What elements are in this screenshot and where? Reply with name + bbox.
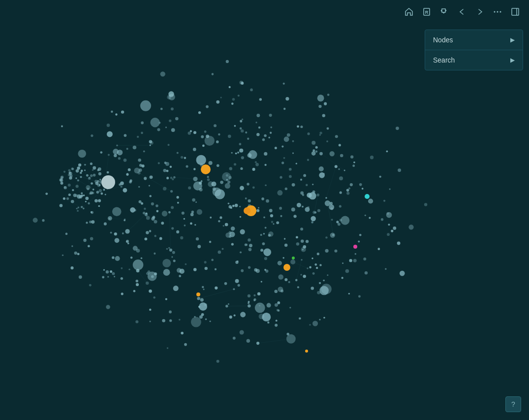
back-icon[interactable] — [454, 4, 470, 20]
svg-point-594 — [300, 227, 303, 230]
svg-point-161 — [181, 156, 184, 159]
dropdown-menu: Nodes ▶ Search ▶ — [425, 30, 523, 70]
svg-point-139 — [196, 237, 199, 240]
svg-point-276 — [238, 284, 240, 287]
svg-point-318 — [336, 221, 339, 223]
svg-point-247 — [159, 237, 162, 240]
svg-point-151 — [241, 82, 244, 85]
svg-point-647 — [85, 201, 87, 202]
svg-point-136 — [284, 278, 287, 281]
svg-point-133 — [369, 217, 371, 219]
svg-point-561 — [151, 217, 155, 221]
svg-point-635 — [93, 166, 96, 170]
svg-point-210 — [263, 248, 271, 256]
svg-point-377 — [252, 168, 255, 171]
svg-point-455 — [303, 275, 306, 278]
svg-point-223 — [175, 117, 179, 121]
sidebar-icon[interactable] — [507, 4, 523, 20]
svg-point-327 — [172, 178, 174, 180]
svg-point-387 — [205, 319, 207, 321]
svg-point-668 — [78, 163, 81, 166]
svg-point-423 — [300, 179, 302, 181]
svg-point-656 — [69, 176, 72, 179]
svg-point-360 — [270, 127, 272, 129]
svg-point-274 — [176, 230, 179, 233]
svg-point-526 — [278, 261, 282, 265]
svg-point-485 — [144, 208, 146, 210]
svg-point-111 — [317, 253, 319, 255]
svg-point-265 — [302, 249, 304, 250]
svg-point-553 — [110, 231, 112, 233]
search-arrow-icon: ▶ — [510, 57, 515, 64]
svg-point-34 — [323, 280, 325, 282]
svg-point-710 — [196, 292, 200, 296]
svg-point-417 — [256, 209, 259, 212]
svg-point-172 — [381, 218, 383, 221]
menu-item-search[interactable]: Search ▶ — [425, 50, 523, 70]
svg-point-545 — [278, 274, 283, 280]
svg-point-352 — [256, 114, 260, 117]
svg-point-379 — [307, 159, 309, 161]
svg-point-112 — [283, 108, 285, 110]
svg-point-615 — [72, 189, 74, 191]
svg-point-282 — [239, 149, 243, 153]
svg-point-450 — [107, 276, 109, 277]
svg-point-373 — [169, 120, 171, 122]
svg-point-99 — [133, 259, 144, 270]
svg-point-37 — [217, 360, 219, 363]
svg-point-482 — [377, 248, 380, 250]
forward-icon[interactable] — [472, 4, 488, 20]
home-icon[interactable] — [401, 4, 417, 20]
svg-point-451 — [198, 111, 201, 114]
svg-point-288 — [312, 272, 315, 275]
svg-point-525 — [350, 156, 353, 159]
svg-point-6 — [345, 269, 349, 273]
svg-point-40 — [237, 152, 239, 154]
svg-point-401 — [128, 269, 130, 270]
svg-point-435 — [339, 144, 341, 146]
svg-point-146 — [162, 211, 168, 217]
svg-point-503 — [110, 270, 112, 273]
svg-point-459 — [168, 247, 170, 249]
svg-point-323 — [242, 119, 243, 120]
svg-point-218 — [107, 131, 113, 137]
svg-point-176 — [150, 118, 159, 127]
svg-point-60 — [160, 71, 165, 76]
svg-point-464 — [325, 249, 328, 253]
svg-point-708 — [244, 207, 250, 214]
svg-point-508 — [296, 163, 297, 164]
more-icon[interactable] — [490, 4, 505, 20]
svg-point-49 — [264, 164, 266, 166]
svg-point-228 — [247, 339, 250, 342]
svg-point-12 — [154, 253, 156, 255]
svg-point-483 — [341, 216, 349, 225]
svg-point-208 — [400, 271, 405, 276]
bookmark-icon[interactable]: R — [419, 4, 435, 20]
svg-point-712 — [353, 245, 357, 249]
svg-point-470 — [282, 257, 284, 258]
svg-point-300 — [88, 245, 90, 248]
svg-point-3 — [338, 168, 340, 170]
svg-point-371 — [241, 129, 244, 132]
svg-point-433 — [275, 303, 278, 307]
svg-point-148 — [126, 173, 128, 176]
svg-point-600 — [150, 141, 154, 145]
svg-point-536 — [365, 271, 368, 274]
help-button[interactable]: ? — [505, 396, 521, 412]
svg-point-15 — [248, 199, 251, 202]
svg-point-155 — [115, 238, 120, 243]
svg-point-429 — [248, 294, 250, 297]
svg-point-11 — [141, 257, 143, 259]
puzzle-icon[interactable] — [436, 4, 452, 20]
svg-point-445 — [274, 290, 278, 293]
svg-point-398 — [424, 203, 427, 206]
svg-point-245 — [199, 188, 203, 192]
svg-point-80 — [388, 224, 390, 226]
svg-point-270 — [393, 226, 396, 230]
svg-point-534 — [229, 316, 232, 319]
svg-point-253 — [300, 126, 303, 128]
svg-point-637 — [100, 193, 103, 195]
svg-point-533 — [340, 192, 342, 194]
menu-item-nodes[interactable]: Nodes ▶ — [425, 30, 523, 50]
svg-point-129 — [259, 98, 262, 100]
